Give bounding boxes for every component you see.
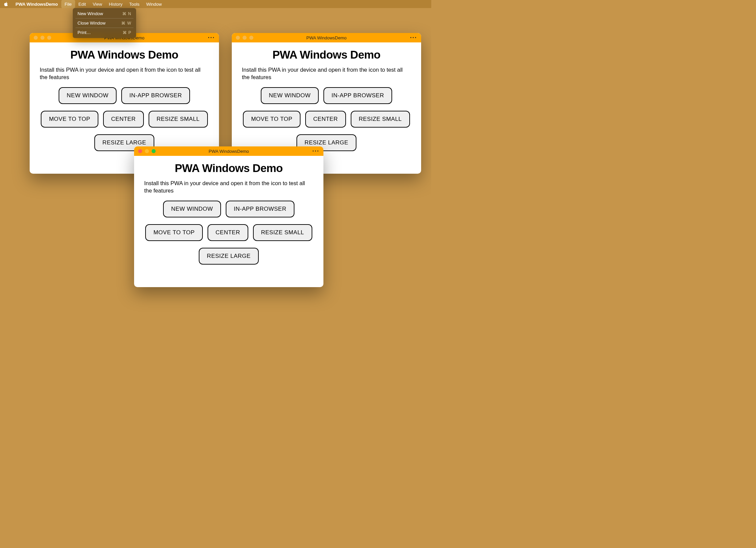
window-more-icon[interactable]: ··· <box>410 34 417 41</box>
menu-item-shortcut: ⌘ N <box>122 11 131 16</box>
center-button[interactable]: CENTER <box>305 111 346 128</box>
menubar-app-name[interactable]: PWA WindowsDemo <box>12 0 61 8</box>
menubar-item-window[interactable]: Window <box>143 0 165 8</box>
page-description: Install this PWA in your device and open… <box>40 66 209 81</box>
maximize-icon[interactable] <box>47 36 51 40</box>
close-icon[interactable] <box>138 149 142 153</box>
window-more-icon[interactable]: ··· <box>312 148 319 155</box>
page-title: PWA Windows Demo <box>144 162 313 175</box>
minimize-icon[interactable] <box>40 36 44 40</box>
move-to-top-button[interactable]: MOVE TO TOP <box>145 224 202 241</box>
new-window-button[interactable]: NEW WINDOW <box>163 201 221 217</box>
window-content: PWA Windows Demo Install this PWA in you… <box>30 42 219 161</box>
resize-large-button[interactable]: RESIZE LARGE <box>199 248 259 265</box>
window-titlebar[interactable]: PWA WindowsDemo ··· <box>134 146 323 156</box>
file-menu-print[interactable]: Print… ⌘ P <box>73 29 136 36</box>
close-icon[interactable] <box>236 36 240 40</box>
minimize-icon[interactable] <box>145 149 149 153</box>
maximize-icon[interactable] <box>152 149 156 153</box>
new-window-button[interactable]: NEW WINDOW <box>59 87 117 104</box>
page-title: PWA Windows Demo <box>40 48 209 61</box>
button-grid: NEW WINDOW IN-APP BROWSER MOVE TO TOP CE… <box>144 201 313 265</box>
apple-logo-icon[interactable] <box>3 1 9 7</box>
page-description: Install this PWA in your device and open… <box>144 179 313 195</box>
menu-item-label: Print… <box>77 30 91 35</box>
window-title: PWA WindowsDemo <box>232 35 421 40</box>
window-titlebar[interactable]: PWA WindowsDemo ··· <box>232 33 421 42</box>
button-grid: NEW WINDOW IN-APP BROWSER MOVE TO TOP CE… <box>40 87 209 151</box>
resize-small-button[interactable]: RESIZE SMALL <box>253 224 312 241</box>
window-content: PWA Windows Demo Install this PWA in you… <box>134 156 323 275</box>
new-window-button[interactable]: NEW WINDOW <box>261 87 319 104</box>
menubar-item-history[interactable]: History <box>105 0 126 8</box>
page-description: Install this PWA in your device and open… <box>242 66 411 81</box>
window-title: PWA WindowsDemo <box>134 149 323 154</box>
traffic-lights <box>236 36 253 40</box>
menu-item-label: New Window <box>77 11 103 16</box>
menu-separator <box>75 18 133 19</box>
file-menu-close-window[interactable]: Close Window ⌘ W <box>73 19 136 27</box>
center-button[interactable]: CENTER <box>103 111 144 128</box>
in-app-browser-button[interactable]: IN-APP BROWSER <box>323 87 392 104</box>
button-grid: NEW WINDOW IN-APP BROWSER MOVE TO TOP CE… <box>242 87 411 151</box>
in-app-browser-button[interactable]: IN-APP BROWSER <box>226 201 294 217</box>
close-icon[interactable] <box>34 36 38 40</box>
resize-small-button[interactable]: RESIZE SMALL <box>351 111 410 128</box>
center-button[interactable]: CENTER <box>208 224 248 241</box>
file-menu-dropdown: New Window ⌘ N Close Window ⌘ W Print… ⌘… <box>73 8 136 38</box>
page-title: PWA Windows Demo <box>242 48 411 61</box>
move-to-top-button[interactable]: MOVE TO TOP <box>243 111 300 128</box>
minimize-icon[interactable] <box>243 36 247 40</box>
file-menu-new-window[interactable]: New Window ⌘ N <box>73 10 136 18</box>
traffic-lights <box>138 149 156 153</box>
menubar-item-edit[interactable]: Edit <box>75 0 89 8</box>
menu-item-shortcut: ⌘ P <box>123 30 131 35</box>
resize-small-button[interactable]: RESIZE SMALL <box>149 111 208 128</box>
menubar-item-tools[interactable]: Tools <box>126 0 143 8</box>
menu-separator <box>75 28 133 28</box>
in-app-browser-button[interactable]: IN-APP BROWSER <box>121 87 190 104</box>
menu-item-shortcut: ⌘ W <box>121 21 131 26</box>
menubar-item-view[interactable]: View <box>89 0 105 8</box>
menubar-item-file[interactable]: File <box>61 0 75 8</box>
menubar: PWA WindowsDemo File Edit View History T… <box>0 0 431 8</box>
app-window-focused: PWA WindowsDemo ··· PWA Windows Demo Ins… <box>134 146 323 287</box>
maximize-icon[interactable] <box>249 36 253 40</box>
window-content: PWA Windows Demo Install this PWA in you… <box>232 42 421 161</box>
window-more-icon[interactable]: ··· <box>208 34 215 41</box>
move-to-top-button[interactable]: MOVE TO TOP <box>41 111 98 128</box>
menu-item-label: Close Window <box>77 21 105 26</box>
traffic-lights <box>34 36 51 40</box>
